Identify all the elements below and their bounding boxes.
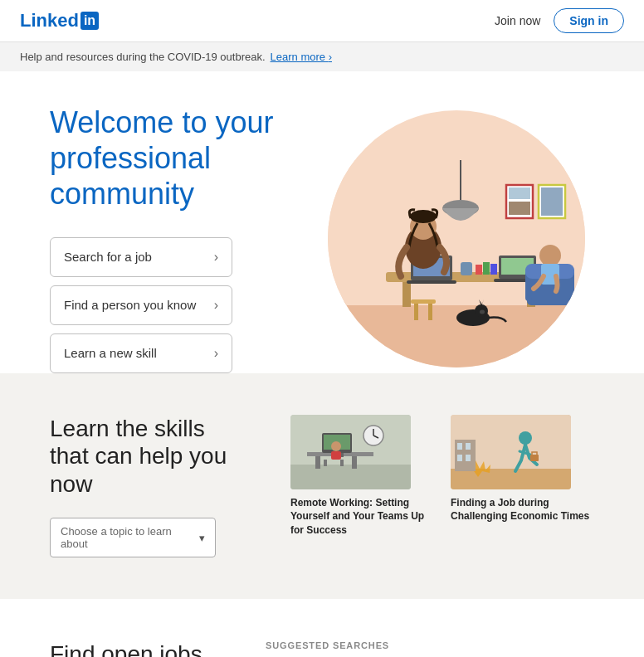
header: Linkedin Join now Sign in — [0, 0, 644, 42]
skills-title: Learn the skills that can help you now — [50, 415, 241, 499]
find-person-button[interactable]: Find a person you know › — [50, 285, 232, 325]
svg-point-24 — [410, 210, 437, 223]
svg-rect-5 — [509, 187, 530, 199]
hero-circle-bg — [328, 110, 585, 367]
svg-rect-35 — [414, 304, 418, 320]
svg-rect-18 — [490, 264, 497, 275]
join-now-link[interactable]: Join now — [495, 14, 540, 27]
svg-rect-16 — [476, 265, 482, 275]
alert-learn-more-link[interactable]: Learn more › — [271, 51, 332, 63]
svg-rect-60 — [466, 455, 471, 461]
svg-rect-59 — [457, 455, 462, 461]
svg-rect-51 — [340, 460, 344, 466]
header-actions: Join now Sign in — [495, 8, 624, 33]
course-card-1: Remote Working: Setting Yourself and You… — [290, 415, 434, 538]
svg-rect-14 — [407, 280, 456, 284]
hero-svg — [328, 110, 585, 367]
svg-rect-38 — [290, 465, 411, 489]
jobs-left: Find open jobs and internships — [50, 640, 216, 657]
sign-in-button[interactable]: Sign in — [554, 8, 624, 33]
svg-rect-49 — [331, 451, 341, 460]
svg-rect-41 — [352, 456, 357, 469]
svg-rect-15 — [461, 262, 472, 275]
course-thumb-2[interactable] — [451, 415, 571, 489]
chevron-right-icon: › — [214, 298, 218, 313]
svg-rect-10 — [402, 282, 411, 307]
chevron-right-icon: › — [214, 346, 218, 361]
dropdown-arrow-icon: ▾ — [199, 532, 205, 544]
svg-rect-40 — [315, 456, 320, 469]
svg-rect-53 — [451, 469, 571, 489]
svg-rect-57 — [457, 443, 462, 450]
course-title-2: Finding a Job during Challenging Economi… — [451, 496, 594, 524]
search-job-button[interactable]: Search for a job › — [50, 237, 232, 277]
svg-point-54 — [519, 431, 532, 445]
svg-rect-17 — [483, 262, 490, 275]
topic-dropdown[interactable]: Choose a topic to learn about ▾ — [50, 518, 216, 557]
hero-illustration — [315, 110, 598, 367]
hero-title: Welcome to your professional community — [50, 105, 315, 212]
skills-courses: Remote Working: Setting Yourself and You… — [290, 415, 594, 538]
course-card-2: Finding a Job during Challenging Economi… — [451, 415, 594, 524]
svg-rect-8 — [541, 187, 563, 216]
jobs-right: SUGGESTED SEARCHES Remote JobsWarehouse … — [266, 640, 594, 657]
jobs-title: Find open jobs and internships — [50, 640, 216, 657]
hero-actions: Search for a job › Find a person you kno… — [50, 237, 315, 373]
course-thumb-1[interactable] — [290, 415, 411, 489]
svg-point-29 — [539, 245, 561, 266]
alert-text: Help and resources during the COVID-19 o… — [20, 51, 266, 63]
svg-rect-55 — [530, 455, 539, 461]
course-title-1: Remote Working: Setting Yourself and You… — [290, 496, 434, 538]
skills-section: Learn the skills that can help you now C… — [0, 373, 644, 600]
skills-left: Learn the skills that can help you now C… — [50, 415, 241, 558]
svg-point-33 — [480, 309, 485, 314]
svg-rect-34 — [411, 299, 436, 304]
svg-rect-36 — [428, 304, 432, 320]
hero-left: Welcome to your professional community S… — [50, 105, 315, 373]
learn-skill-button[interactable]: Learn a new skill › — [50, 333, 232, 373]
course-thumb-svg-2 — [451, 415, 571, 489]
logo-text: Linked — [20, 10, 79, 32]
logo-in: in — [80, 12, 99, 30]
alert-bar: Help and resources during the COVID-19 o… — [0, 42, 644, 71]
jobs-section: Find open jobs and internships SUGGESTED… — [0, 599, 644, 657]
chevron-right-icon: › — [214, 250, 218, 265]
logo: Linkedin — [20, 10, 99, 32]
svg-rect-0 — [328, 301, 585, 367]
svg-rect-6 — [509, 202, 530, 215]
course-thumb-svg-1 — [290, 415, 411, 489]
suggested-label: SUGGESTED SEARCHES — [266, 640, 594, 650]
svg-rect-58 — [466, 443, 471, 450]
svg-point-48 — [331, 441, 341, 451]
hero-section: Welcome to your professional community S… — [0, 71, 644, 373]
svg-rect-50 — [324, 460, 327, 466]
